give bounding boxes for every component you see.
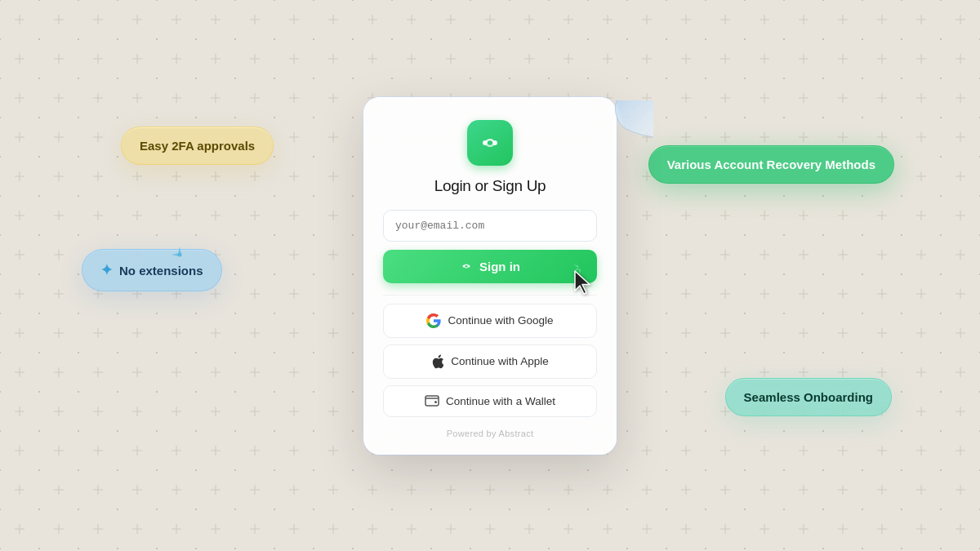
google-icon (426, 313, 441, 328)
powered-by: Powered by Abstract (383, 429, 597, 438)
continue-google-button[interactable]: Continue with Google (383, 304, 597, 338)
divider (383, 295, 597, 295)
pill-account-recovery: Various Account Recovery Methods (648, 145, 894, 184)
sign-in-button[interactable]: Sign in (383, 250, 597, 283)
pill-2fa-label: Easy 2FA approvals (140, 139, 255, 153)
sign-in-label: Sign in (479, 260, 520, 273)
pill-account-recovery-label: Various Account Recovery Methods (667, 158, 875, 171)
continue-apple-button[interactable]: Continue with Apple (383, 344, 597, 379)
email-input[interactable] (383, 210, 597, 242)
card-title: Login or Sign Up (383, 177, 597, 195)
continue-wallet-label: Continue with a Wallet (446, 395, 555, 407)
sign-in-icon (460, 260, 473, 273)
pill-no-extensions-label: No extensions (119, 264, 203, 278)
continue-google-label: Continue with Google (448, 314, 553, 327)
pill-2fa: Easy 2FA approvals (121, 127, 274, 165)
app-icon (467, 120, 513, 166)
pill-no-extensions: ✦ No extensions (82, 249, 222, 291)
svg-rect-7 (425, 396, 439, 406)
apple-icon (431, 354, 444, 369)
pill-seamless-onboarding: Seamless Onboarding (725, 378, 892, 416)
continue-wallet-button[interactable]: Continue with a Wallet (383, 385, 597, 417)
app-logo-svg (477, 130, 503, 156)
wallet-icon (425, 395, 439, 407)
sparkle-icon: ✦ (100, 261, 113, 279)
continue-apple-label: Continue with Apple (451, 355, 548, 367)
pill-seamless-label: Seamless Onboarding (744, 390, 873, 404)
login-card: Login or Sign Up Sign in Continue with G… (363, 97, 617, 455)
svg-point-8 (434, 401, 437, 403)
